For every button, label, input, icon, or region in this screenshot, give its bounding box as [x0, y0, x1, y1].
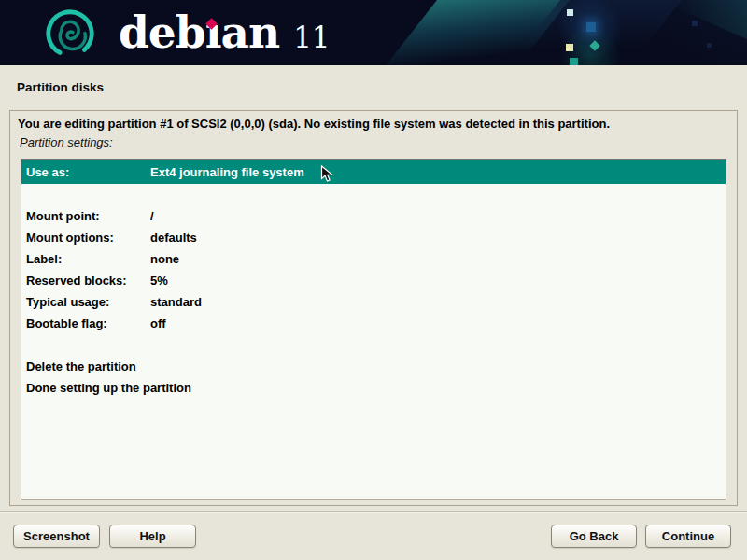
row-label: Typical usage:	[21, 295, 150, 309]
brand-text-pre: deb	[119, 7, 205, 58]
decor-square-yellow	[566, 44, 573, 51]
settings-row-blank	[21, 334, 726, 356]
settings-row-blank	[21, 184, 726, 205]
mouse-cursor	[320, 165, 336, 184]
row-label: Use as:	[21, 165, 150, 179]
row-label: Bootable flag:	[21, 316, 150, 330]
page-title: Partition disks	[17, 80, 104, 94]
debian-swirl-icon	[43, 7, 97, 61]
row-label: Reserved blocks:	[21, 273, 150, 287]
row-value: /	[150, 209, 154, 223]
row-value: standard	[150, 295, 202, 309]
settings-row[interactable]: Mount point:/	[21, 205, 726, 227]
settings-listbox[interactable]: Use as:Ext4 journaling file systemMount …	[21, 159, 726, 500]
go-back-button[interactable]: Go Back	[551, 525, 637, 548]
row-value: Ext4 journaling file system	[150, 165, 304, 179]
settings-row[interactable]: Done setting up the partition	[21, 377, 726, 399]
title-bar: Partition disks	[0, 65, 747, 110]
help-button[interactable]: Help	[109, 525, 196, 548]
decor-square-blue	[586, 22, 596, 32]
row-value: none	[150, 252, 179, 266]
brand-version: 11	[293, 21, 330, 54]
settings-row[interactable]: Bootable flag:off	[21, 313, 726, 334]
brand-text-post: an	[221, 7, 280, 58]
debian-wordmark: debıan11	[119, 0, 331, 65]
row-label: Label:	[21, 252, 150, 266]
brand-text-i: ı	[205, 7, 221, 58]
settings-row[interactable]: Reserved blocks:5%	[21, 270, 726, 291]
decor-square-navy	[692, 21, 698, 26]
row-label: Delete the partition	[21, 359, 150, 373]
decor-square-navy-2	[707, 43, 712, 48]
header-banner: debıan11	[0, 0, 747, 65]
partition-settings-label: Partition settings:	[20, 135, 113, 149]
row-value: defaults	[150, 231, 197, 245]
row-label: Mount options:	[21, 231, 150, 245]
continue-button[interactable]: Continue	[645, 525, 731, 548]
action-area-separator	[0, 511, 747, 513]
settings-row[interactable]: Label:none	[21, 248, 726, 270]
partition-info-text: You are editing partition #1 of SCSI2 (0…	[18, 117, 610, 131]
row-label: Mount point:	[21, 209, 150, 223]
settings-row[interactable]: Mount options:defaults	[21, 227, 726, 248]
settings-row[interactable]: Delete the partition	[21, 356, 726, 377]
decor-square-teal	[570, 58, 578, 65]
settings-row[interactable]: Use as:Ext4 journaling file system	[21, 160, 726, 184]
row-label: Done setting up the partition	[21, 381, 150, 395]
settings-row[interactable]: Typical usage:standard	[21, 291, 726, 313]
installer-window: debıan11 Partition disks You are editing…	[0, 0, 747, 560]
screenshot-button[interactable]: Screenshot	[13, 525, 100, 548]
row-value: 5%	[150, 273, 168, 287]
decor-square-cyan	[567, 9, 573, 16]
row-value: off	[150, 316, 166, 330]
